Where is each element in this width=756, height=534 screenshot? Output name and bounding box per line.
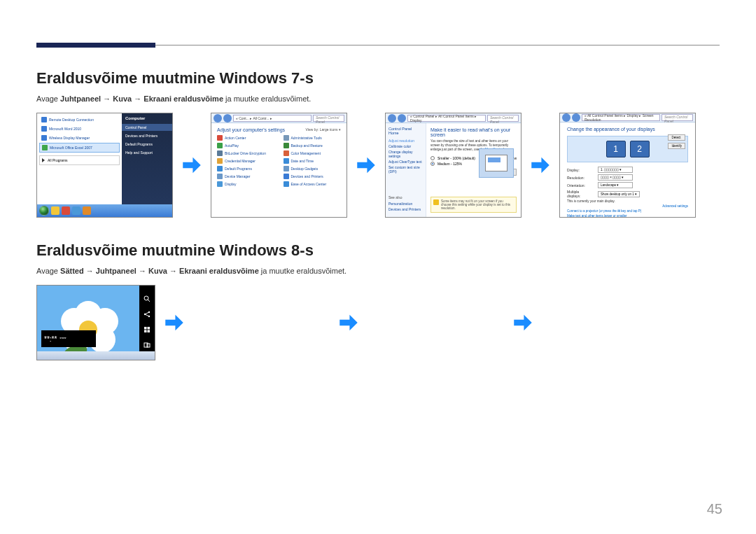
sidebar-header[interactable]: Control Panel Home [388, 127, 423, 135]
search-input[interactable]: Search Control Panel [662, 114, 693, 121]
address-bar[interactable]: « Cont... ▸ All Contr... ▸ [233, 115, 312, 122]
sidebar-link[interactable]: Devices and Printers [388, 206, 423, 212]
triangle-icon [42, 158, 45, 162]
svg-line-5 [145, 312, 149, 314]
sidebar-link[interactable]: Personalization [388, 201, 423, 206]
start-orb-icon[interactable] [39, 206, 49, 216]
item-label: Display [225, 182, 236, 186]
item-label: Device Manager [225, 174, 250, 178]
taskbar-icon[interactable] [62, 206, 70, 215]
app-icon [41, 117, 47, 122]
default-programs-link[interactable]: Default Programs [125, 141, 169, 148]
item-label: Credential Manager [225, 159, 255, 163]
control-panel-item[interactable]: Device Manager [217, 174, 275, 179]
arrow-right-icon [511, 311, 535, 335]
charm-share-icon[interactable] [142, 311, 152, 318]
address-bar[interactable]: « All Control Panel Items ▸ Display ▸ Sc… [582, 114, 660, 121]
computer-link[interactable]: Computer [125, 116, 169, 120]
devices-printers-link[interactable]: Devices and Printers [125, 132, 169, 139]
nav-forward-icon[interactable] [398, 114, 406, 122]
sidebar-link[interactable]: Calibrate color [388, 143, 423, 149]
identify-button[interactable]: Identify [668, 143, 685, 149]
charm-devices-icon[interactable] [142, 342, 152, 349]
taskbar [37, 204, 172, 217]
nav-forward-icon[interactable] [223, 114, 232, 122]
section2-row: **:** **** [36, 285, 720, 360]
control-panel-item[interactable]: Credential Manager [217, 158, 275, 164]
svg-rect-9 [144, 330, 147, 333]
multiple-displays-dropdown[interactable]: Show desktop only on 1 ▾ [598, 191, 640, 197]
orientation-dropdown[interactable]: Landscape ▾ [598, 182, 633, 188]
screenshot-start-menu: Remote Desktop Connection Microsoft Word… [36, 113, 173, 218]
sidebar-link[interactable]: Change display settings [388, 149, 423, 159]
section1-instruction: Avage Juhtpaneel → Kuva → Ekraani eraldu… [36, 94, 720, 103]
arrow-right-icon [528, 153, 552, 177]
help-support-link[interactable]: Help and Support [125, 149, 169, 156]
control-panel-item[interactable]: Action Center [217, 135, 275, 141]
monitor-1[interactable]: 1 [606, 141, 626, 157]
projector-link[interactable]: Connect to a projector (or press the ⊞ k… [567, 209, 688, 213]
warning-icon [433, 199, 439, 205]
control-panel-item[interactable]: BitLocker Drive Encryption [217, 150, 275, 156]
charm-search-icon[interactable] [142, 295, 152, 302]
nav-back-icon[interactable] [214, 114, 222, 122]
control-panel-item[interactable]: Color Management [284, 150, 342, 156]
resolution-dropdown[interactable]: ▯▯▯▯ × ▯▯▯▯ ▾ [598, 174, 633, 181]
section1-title: Eraldusvõime muutmine Windows 7-s [36, 69, 720, 87]
item-icon [217, 135, 223, 141]
display-dropdown[interactable]: 1. ▯▯▯▯▯▯▯ ▾ [598, 167, 633, 173]
monitor-2[interactable]: 2 [630, 141, 650, 157]
item-icon [217, 181, 223, 187]
section2-title: Eraldusvõime muutmine Windows 8-s [36, 241, 720, 260]
startmenu-item-selected[interactable]: Microsoft Office Excel 2007 [39, 143, 120, 153]
text-size-link[interactable]: Make text and other items larger or smal… [567, 214, 688, 218]
search-input[interactable]: Search Control Panel [313, 115, 344, 122]
svg-line-6 [145, 314, 149, 316]
nav-back-icon[interactable] [562, 113, 570, 122]
detect-button[interactable]: Detect [668, 134, 685, 141]
item-icon [284, 158, 289, 164]
search-input[interactable]: Search Control Panel [487, 115, 519, 122]
svg-rect-7 [144, 327, 147, 330]
sidebar-link[interactable]: Adjust ClearType text [388, 159, 423, 164]
control-panel-link[interactable]: Control Panel [122, 124, 172, 131]
arrow-right-icon [162, 311, 186, 335]
taskbar-icon[interactable] [72, 206, 80, 215]
sidebar-link[interactable]: Adjust resolution [388, 138, 423, 143]
control-panel-item[interactable]: AutoPlay [217, 143, 275, 148]
window-chrome: « All Control Panel Items ▸ Display ▸ Sc… [560, 113, 695, 122]
item-label: BitLocker Drive Encryption [225, 151, 266, 155]
charm-start-icon[interactable] [142, 326, 152, 333]
item-icon [217, 166, 223, 171]
startmenu-item[interactable]: Microsoft Word 2010 [39, 125, 120, 133]
item-label: Backup and Restore [291, 143, 323, 148]
address-bar[interactable]: « Control Panel ▸ All Control Panel Item… [407, 115, 486, 122]
nav-forward-icon[interactable] [572, 113, 580, 122]
control-panel-item[interactable]: Display [217, 181, 275, 187]
startmenu-item[interactable]: Wireless Display Manager [39, 134, 120, 142]
section1-row: Remote Desktop Connection Microsoft Word… [36, 113, 720, 218]
taskbar-icon[interactable] [83, 206, 91, 215]
app-icon [42, 145, 48, 150]
control-panel-item[interactable]: Ease of Access Center [284, 181, 342, 187]
nav-back-icon[interactable] [388, 114, 396, 122]
view-by-dropdown[interactable]: View by: Large icons ▾ [306, 127, 341, 132]
time-overlay: **:** **** [41, 330, 96, 347]
control-panel-item[interactable]: Administrative Tools [284, 135, 342, 141]
taskbar-icon[interactable] [51, 206, 59, 215]
control-panel-item[interactable]: Default Programs [217, 166, 275, 171]
clock-time: **:** [44, 335, 57, 343]
item-label: Action Center [225, 136, 246, 140]
display-heading: Make it easier to read what's on your sc… [430, 127, 517, 137]
item-label: Administrative Tools [291, 136, 322, 140]
all-programs-button[interactable]: All Programs [39, 155, 120, 165]
sidebar-link[interactable]: Set custom text size (DPI) [388, 164, 423, 174]
startmenu-item[interactable]: Remote Desktop Connection [39, 115, 120, 124]
control-panel-item[interactable]: Backup and Restore [284, 143, 342, 148]
advanced-settings-link[interactable]: Advanced settings [567, 204, 688, 208]
control-panel-item[interactable]: Devices and Printers [284, 174, 342, 179]
screenshot-screen-resolution: « All Control Panel Items ▸ Display ▸ Sc… [559, 113, 696, 218]
item-label: Devices and Printers [291, 174, 323, 178]
control-panel-item[interactable]: Date and Time [284, 158, 342, 164]
control-panel-item[interactable]: Desktop Gadgets [284, 166, 342, 171]
